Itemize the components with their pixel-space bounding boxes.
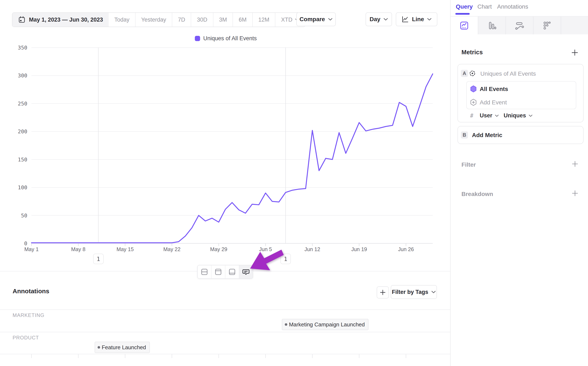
split-top-icon xyxy=(214,267,223,276)
count-type-symbol: # xyxy=(470,113,473,119)
add-metric-label[interactable]: Add Metric xyxy=(472,132,502,138)
compare-label: Compare xyxy=(299,16,325,23)
tab-annotations[interactable]: Annotations xyxy=(497,3,528,10)
chevron-down-icon xyxy=(495,114,499,117)
chart-type-extra-cell xyxy=(561,16,588,34)
tab-query[interactable]: Query xyxy=(456,3,473,10)
calendar-icon xyxy=(18,16,26,23)
annotation-bubble-icon xyxy=(242,267,250,276)
plus-icon xyxy=(571,49,578,56)
arrow-pointer-overlay xyxy=(0,0,450,293)
entity-dropdown[interactable]: User xyxy=(480,112,499,119)
metric-settings-icon[interactable] xyxy=(468,69,477,78)
chart-type-flow-button[interactable] xyxy=(506,16,534,34)
y-axis-label: 350 xyxy=(2,45,27,51)
hexagon-event-icon xyxy=(470,85,478,93)
chart-type-bar-button[interactable] xyxy=(478,16,506,34)
preset-yesterday-button[interactable]: Yesterday xyxy=(135,13,172,27)
add-metric-plus-button[interactable] xyxy=(571,49,578,56)
add-event-label[interactable]: Add Event xyxy=(480,99,507,106)
chart-type-dropdown[interactable]: Line xyxy=(396,12,437,26)
granularity-label: Day xyxy=(369,16,380,23)
compare-button[interactable]: Compare xyxy=(296,12,336,26)
annotation-count-badge[interactable]: 1 xyxy=(280,254,291,264)
chevron-down-icon xyxy=(529,114,533,117)
xtd-label: XTD xyxy=(281,16,292,23)
split-horizontal-icon xyxy=(200,267,209,276)
breakdown-section-label: Breakdown xyxy=(462,191,493,198)
preset-today-button[interactable]: Today xyxy=(109,13,135,27)
x-axis-label: May 15 xyxy=(117,246,134,252)
filter-section-label: Filter xyxy=(462,161,476,168)
filter-by-tags-dropdown[interactable]: Filter by Tags xyxy=(391,285,437,299)
insights-line-icon xyxy=(459,21,469,30)
annotation-dot-icon xyxy=(285,323,287,326)
tab-chart[interactable]: Chart xyxy=(478,3,492,10)
chart-type-switcher xyxy=(451,16,588,34)
chevron-down-icon xyxy=(383,18,388,21)
chevron-down-icon xyxy=(427,18,432,21)
line-chart-icon xyxy=(401,15,409,23)
add-annotation-button[interactable] xyxy=(377,286,389,298)
add-breakdown-button[interactable] xyxy=(572,190,578,197)
chart-legend: Uniques of All Events xyxy=(195,35,257,42)
chart-type-label: Line xyxy=(412,16,424,23)
annotation-pill[interactable]: Marketing Campaign Launched xyxy=(282,319,368,330)
metric-b-card[interactable]: B Add Metric xyxy=(457,126,584,144)
x-axis-label: May 22 xyxy=(163,246,180,252)
date-range-button[interactable]: May 1, 2023 — Jun 30, 2023 xyxy=(12,13,109,27)
preset-3m-button[interactable]: 3M xyxy=(213,13,233,27)
add-filter-button[interactable] xyxy=(572,160,578,167)
annotation-category-product: PRODUCT xyxy=(13,335,39,341)
y-axis-label: 200 xyxy=(2,129,27,135)
plus-icon xyxy=(572,160,578,167)
annotation-pill[interactable]: Feature Launched xyxy=(95,342,150,353)
retention-dots-icon xyxy=(542,21,552,30)
divider xyxy=(0,332,450,332)
chart-type-insights-button[interactable] xyxy=(451,16,478,34)
split-bottom-button[interactable] xyxy=(225,265,239,278)
chevron-down-icon xyxy=(328,18,333,21)
x-axis-label: May 29 xyxy=(210,246,227,252)
query-sidebar: Query Chart Annotations xyxy=(450,0,588,366)
annotations-panel-title: Annotations xyxy=(13,288,49,295)
metric-a-card[interactable]: A Uniques of All Events All Events Add E… xyxy=(457,64,584,122)
x-axis-label: May 8 xyxy=(71,246,86,252)
y-axis-label: 150 xyxy=(2,156,27,162)
x-axis-label: Jun 19 xyxy=(351,246,367,252)
granularity-dropdown[interactable]: Day xyxy=(366,12,392,26)
annotations-toggle-button[interactable] xyxy=(239,265,253,278)
bar-chart-icon xyxy=(487,21,497,30)
preset-30d-button[interactable]: 30D xyxy=(191,13,213,27)
x-axis-label: Jun 26 xyxy=(398,246,414,252)
annotations-timeline-ticks xyxy=(0,354,450,366)
plus-icon xyxy=(572,190,578,197)
annotation-count-badge[interactable]: 1 xyxy=(93,254,104,264)
legend-swatch xyxy=(195,36,200,41)
preset-6m-button[interactable]: 6M xyxy=(233,13,252,27)
split-top-button[interactable] xyxy=(211,265,225,278)
preset-12m-button[interactable]: 12M xyxy=(252,13,275,27)
annotation-category-marketing: MARKETING xyxy=(13,312,45,318)
event-all-events[interactable]: All Events xyxy=(480,86,508,92)
x-axis-label: May 1 xyxy=(24,246,39,252)
divider xyxy=(0,309,450,310)
aggregation-dropdown[interactable]: Uniques xyxy=(504,112,533,119)
y-axis-label: 300 xyxy=(2,73,27,79)
date-range-label: May 1, 2023 — Jun 30, 2023 xyxy=(29,16,103,23)
x-axis-label: Jun 12 xyxy=(305,246,320,252)
aggregation-label: Uniques xyxy=(504,112,526,119)
y-axis-label: 0 xyxy=(2,240,27,246)
chart-type-retention-button[interactable] xyxy=(533,16,561,34)
plus-icon xyxy=(380,289,386,296)
y-axis-label: 50 xyxy=(2,212,27,218)
preset-7d-button[interactable]: 7D xyxy=(172,13,191,27)
split-horizontal-button[interactable] xyxy=(198,265,211,278)
date-range-toolbar: May 1, 2023 — Jun 30, 2023 TodayYesterda… xyxy=(12,12,306,27)
metric-a-name[interactable]: Uniques of All Events xyxy=(480,70,536,77)
arrow-cursor-icon xyxy=(250,250,284,270)
chevron-down-icon xyxy=(431,290,436,293)
legend-label: Uniques of All Events xyxy=(203,35,257,42)
y-axis-label: 100 xyxy=(2,184,27,191)
flow-chart-icon xyxy=(514,21,525,30)
